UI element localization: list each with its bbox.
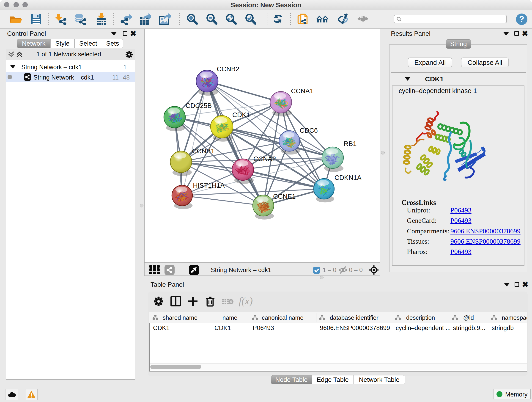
svg-text:CCNB2: CCNB2 xyxy=(217,65,239,73)
svg-text:?: ? xyxy=(519,14,524,24)
svg-text:HIST1H1A: HIST1H1A xyxy=(193,182,225,189)
svg-text:CDC25B: CDC25B xyxy=(186,102,212,109)
svg-text:CCNE1: CCNE1 xyxy=(273,193,296,200)
svg-text:CDKN1A: CDKN1A xyxy=(335,174,361,181)
svg-text:CCNB1: CCNB1 xyxy=(192,147,215,155)
svg-text:RB1: RB1 xyxy=(344,140,356,147)
svg-text:CDK1: CDK1 xyxy=(232,111,250,119)
svg-text:CCNA1: CCNA1 xyxy=(291,87,313,95)
svg-text:CDC6: CDC6 xyxy=(300,127,318,134)
svg-text:CCNA2: CCNA2 xyxy=(253,155,276,162)
